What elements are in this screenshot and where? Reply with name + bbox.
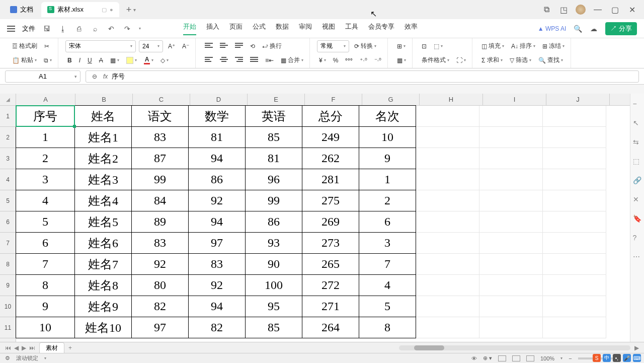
add-sheet-button[interactable]: + (68, 344, 72, 351)
cell[interactable]: 5 (359, 296, 416, 317)
minus-icon[interactable]: − (633, 100, 642, 109)
cut-button[interactable]: ✂ (42, 40, 51, 52)
cell[interactable]: 3 (359, 232, 416, 254)
ribbon-tab-tools[interactable]: 工具 (345, 22, 358, 35)
ribbon-tab-page[interactable]: 页面 (229, 22, 243, 35)
wps-ai-button[interactable]: ▲ WPS AI (538, 25, 567, 32)
ribbon-tab-view[interactable]: 视图 (322, 22, 335, 35)
cell[interactable]: 269 (302, 211, 359, 233)
cell[interactable]: 83 (188, 253, 246, 275)
select-all-corner[interactable]: ◢ (0, 94, 16, 106)
cell[interactable]: 265 (302, 253, 359, 275)
window-minimize-icon[interactable]: ― (593, 5, 603, 15)
cell[interactable]: 97 (131, 317, 189, 338)
cell[interactable] (479, 254, 543, 275)
cell[interactable]: 序号 (16, 105, 75, 127)
cell[interactable]: 100 (245, 274, 302, 296)
window-copy-icon[interactable]: ⧉ (541, 5, 551, 15)
cell[interactable]: 95 (245, 296, 302, 317)
cell[interactable] (416, 317, 479, 338)
cell[interactable]: 姓名3 (74, 169, 132, 190)
indent-button[interactable]: ≡⇤ (263, 54, 276, 66)
wrap-text-button[interactable]: ⮐ 换行 (260, 40, 284, 52)
align-justify-button[interactable] (248, 54, 260, 66)
row-header[interactable]: 4 (0, 169, 16, 190)
settings-status-icon[interactable]: ⚙ (5, 355, 10, 361)
italic-button[interactable]: I (77, 54, 83, 66)
fill-button[interactable]: ◫ 填充 ▾ (479, 40, 506, 52)
cell[interactable]: 94 (188, 296, 246, 317)
ribbon-tab-review[interactable]: 审阅 (299, 22, 312, 35)
cell[interactable]: 93 (245, 232, 302, 254)
currency-button[interactable]: ¥ ▾ (317, 54, 328, 66)
decrease-font-button[interactable]: A⁻ (180, 40, 191, 52)
cell[interactable]: 9 (359, 148, 416, 169)
cell[interactable] (543, 127, 606, 148)
cell[interactable] (416, 169, 479, 190)
cell[interactable]: 语文 (131, 105, 189, 127)
sheet-tab[interactable]: 素材 (39, 342, 64, 353)
window-close-icon[interactable]: ✕ (627, 5, 637, 15)
view-normal-button[interactable] (498, 355, 506, 361)
cell[interactable]: 97 (188, 232, 246, 254)
underline-button[interactable]: U (86, 54, 94, 66)
cell[interactable]: 81 (245, 148, 302, 169)
row-headers[interactable]: 1234567891011 (0, 106, 16, 342)
cell[interactable]: 281 (302, 169, 359, 190)
col-header-H[interactable]: H (420, 94, 483, 105)
cell[interactable] (479, 275, 543, 296)
cell[interactable] (416, 254, 479, 275)
cursor-icon[interactable]: ↖ (633, 119, 642, 128)
print-icon[interactable]: ⎙ (74, 24, 84, 33)
cell[interactable]: 6 (359, 211, 416, 233)
zoom-out-button[interactable]: − (569, 355, 572, 361)
cell[interactable] (543, 190, 606, 211)
number-format-select[interactable]: 常规▾ (317, 40, 349, 52)
focus-icon[interactable]: ⊕ ▾ (483, 355, 492, 361)
ime-keyboard-icon[interactable]: ⌨ (633, 354, 641, 362)
percent-button[interactable]: % (331, 54, 341, 66)
font-name-select[interactable]: 宋体▾ (65, 40, 136, 52)
cell[interactable] (479, 169, 543, 190)
cell[interactable]: 83 (131, 126, 189, 148)
cell[interactable]: 姓名 (74, 105, 132, 127)
cell[interactable]: 9 (16, 296, 75, 317)
orientation-button[interactable]: ⟲ (248, 40, 257, 52)
ime-lang-icon[interactable]: 中 (603, 354, 611, 362)
sheet-first-icon[interactable]: ⏮ (5, 344, 11, 351)
cell[interactable]: 92 (188, 274, 246, 296)
increase-decimal-button[interactable]: ⁺·⁰ (358, 54, 369, 66)
cell[interactable]: 2 (359, 190, 416, 211)
cube-icon[interactable]: ◳ (558, 5, 569, 15)
cell[interactable] (416, 190, 479, 211)
comma-button[interactable]: ᵒᵒᵒ (343, 54, 355, 66)
cell[interactable]: 92 (131, 253, 189, 275)
cell[interactable]: 名次 (359, 105, 416, 127)
col-header-J[interactable]: J (546, 94, 610, 105)
format-painter-button[interactable]: ☲ 格式刷 (10, 40, 39, 52)
cell[interactable]: 87 (131, 148, 189, 169)
link-icon[interactable]: 🔗 (633, 176, 642, 185)
worksheet-button[interactable]: ⊡ (420, 40, 429, 52)
cell[interactable]: 86 (245, 211, 302, 233)
col-header-D[interactable]: D (190, 94, 248, 105)
tab-spreadsheet[interactable]: 素材.xlsx ▢ ● (41, 2, 119, 17)
valign-top-button[interactable] (203, 40, 215, 52)
cancel-formula-icon[interactable]: ⊖ (90, 72, 99, 81)
cell[interactable]: 7 (359, 253, 416, 275)
cell[interactable]: 273 (302, 232, 359, 254)
valign-bottom-button[interactable] (233, 40, 245, 52)
cells-area[interactable]: 序号姓名语文数学英语总分名次1姓名1838185249102姓名28794812… (16, 106, 630, 342)
view-page-button[interactable] (512, 355, 520, 361)
cell[interactable]: 2 (16, 148, 75, 169)
eye-icon[interactable]: 👁 (471, 355, 477, 361)
cell[interactable]: 92 (188, 190, 246, 211)
cell[interactable]: 264 (302, 317, 359, 338)
cell[interactable]: 90 (245, 253, 302, 275)
user-avatar[interactable] (576, 5, 586, 15)
cell[interactable]: 1 (16, 126, 75, 148)
ime-punct-icon[interactable]: •, (613, 354, 621, 362)
cell[interactable]: 262 (302, 148, 359, 169)
qat-dropdown[interactable]: ▾ (139, 26, 141, 31)
cell[interactable]: 89 (131, 211, 189, 233)
